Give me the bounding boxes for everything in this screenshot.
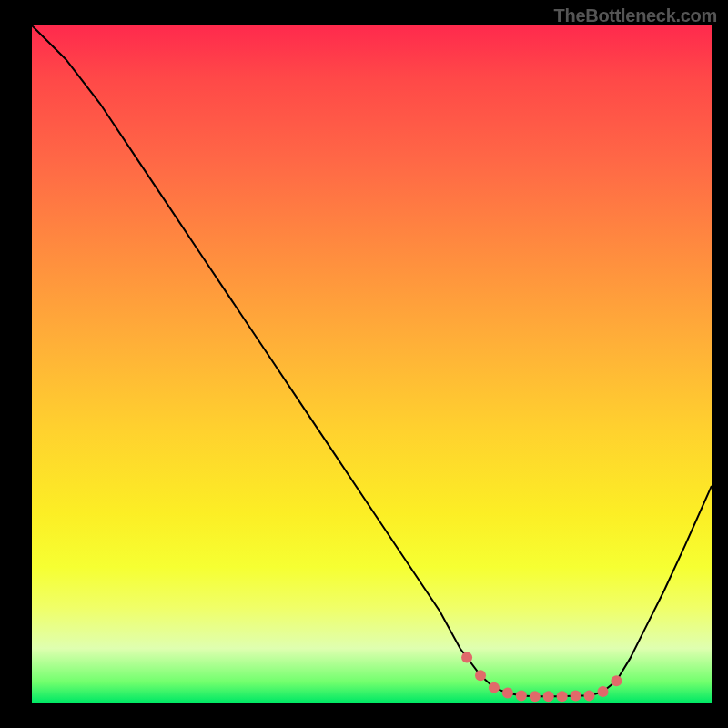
- chart-plot-area: [32, 25, 712, 703]
- chart-curve: [32, 25, 712, 703]
- data-marker: [489, 682, 500, 693]
- data-marker: [597, 686, 608, 697]
- data-marker: [584, 691, 595, 702]
- data-marker: [461, 652, 472, 662]
- data-marker: [543, 691, 554, 702]
- data-marker: [502, 688, 513, 699]
- data-marker: [557, 691, 568, 702]
- data-marker: [475, 670, 486, 681]
- data-marker: [530, 691, 541, 702]
- watermark-text: TheBottleneck.com: [554, 5, 717, 26]
- data-marker: [611, 675, 622, 686]
- data-marker: [571, 691, 581, 702]
- data-marker: [516, 691, 527, 702]
